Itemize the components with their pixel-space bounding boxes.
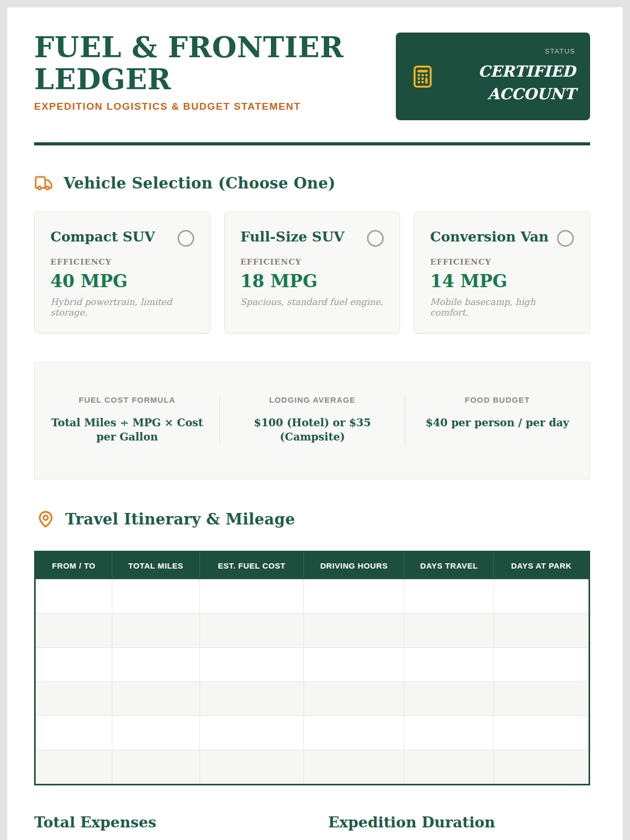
itinerary-cell[interactable]: [404, 614, 494, 648]
vehicle-name: Compact SUV: [50, 229, 155, 245]
itinerary-cell[interactable]: [304, 580, 404, 614]
document-header: FUEL & FRONTIER LEDGER EXPEDITION LOGIST…: [34, 32, 590, 120]
column-header-est-fuel-cost: EST. FUEL COST: [200, 552, 304, 580]
itinerary-cell[interactable]: [112, 580, 200, 614]
itinerary-cell[interactable]: [35, 614, 112, 648]
page-title: FUEL & FRONTIER LEDGER: [34, 32, 370, 96]
itinerary-cell[interactable]: [304, 750, 404, 785]
info-value: $40 per person / per day: [421, 416, 574, 430]
itinerary-cell[interactable]: [200, 614, 304, 648]
itinerary-cell[interactable]: [112, 648, 200, 682]
itinerary-cell[interactable]: [200, 750, 304, 785]
vehicle-mpg: 18 MPG: [240, 271, 384, 291]
vehicle-description: Hybrid powertrain, limited storage.: [50, 297, 194, 318]
page-subtitle: EXPEDITION LOGISTICS & BUDGET STATEMENT: [34, 101, 370, 112]
vehicle-card-compact-suv[interactable]: Compact SUV EFFICIENCY 40 MPG Hybrid pow…: [34, 212, 211, 334]
itinerary-cell[interactable]: [304, 682, 404, 716]
document: FUEL & FRONTIER LEDGER EXPEDITION LOGIST…: [7, 7, 623, 840]
itinerary-cell[interactable]: [304, 716, 404, 750]
vehicle-radio[interactable]: [557, 230, 574, 247]
itinerary-cell[interactable]: [494, 750, 590, 785]
efficiency-label: EFFICIENCY: [240, 257, 384, 267]
vehicle-mpg: 14 MPG: [430, 271, 574, 291]
status-card: STATUS CERTIFIED ACCOUNT: [396, 33, 590, 120]
vehicle-description: Mobile basecamp, high comfort.: [430, 297, 574, 318]
itinerary-row: [35, 580, 590, 614]
info-value: $100 (Hotel) or $35 (Campsite): [250, 416, 374, 444]
itinerary-cell[interactable]: [404, 580, 494, 614]
itinerary-cell[interactable]: [494, 648, 590, 682]
column-header-from-to: FROM / TO: [35, 552, 112, 580]
status-value-line1: CERTIFIED: [478, 60, 575, 83]
itinerary-cell[interactable]: [404, 750, 494, 785]
itinerary-cell[interactable]: [112, 614, 200, 648]
calculator-icon: [411, 63, 435, 90]
info-fuel-cost-formula: FUEL COST FORMULA Total Miles ÷ MPG × Co…: [35, 395, 219, 444]
itinerary-row: [35, 716, 590, 750]
column-header-days-travel: DAYS TRAVEL: [404, 552, 494, 580]
itinerary-cell[interactable]: [35, 648, 112, 682]
status-value-line2: ACCOUNT: [488, 83, 575, 106]
column-header-total-miles: TOTAL MILES: [112, 552, 200, 580]
itinerary-cell[interactable]: [35, 580, 112, 614]
itinerary-cell[interactable]: [200, 580, 304, 614]
column-header-driving-hours: DRIVING HOURS: [304, 552, 404, 580]
itinerary-row: [35, 648, 590, 682]
expedition-duration-column: Expedition Duration: [328, 814, 590, 840]
itinerary-row: [35, 750, 590, 785]
budget-info-strip: FUEL COST FORMULA Total Miles ÷ MPG × Co…: [34, 362, 590, 479]
itinerary-row: [35, 682, 590, 716]
title-block: FUEL & FRONTIER LEDGER EXPEDITION LOGIST…: [34, 32, 370, 112]
itinerary-cell[interactable]: [35, 716, 112, 750]
bottom-section: Total Expenses Expedition Duration: [34, 814, 590, 840]
itinerary-cell[interactable]: [304, 614, 404, 648]
vehicle-section-title: Vehicle Selection (Choose One): [64, 174, 335, 192]
info-lodging-average: LODGING AVERAGE $100 (Hotel) or $35 (Cam…: [219, 395, 404, 444]
info-value: Total Miles ÷ MPG × Cost per Gallon: [51, 416, 203, 444]
vehicle-radio[interactable]: [367, 230, 384, 247]
vehicle-mpg: 40 MPG: [50, 271, 194, 291]
total-expenses-title: Total Expenses: [34, 814, 328, 831]
info-label: FOOD BUDGET: [421, 395, 574, 404]
itinerary-cell[interactable]: [494, 580, 590, 614]
vehicle-radio[interactable]: [177, 230, 194, 247]
itinerary-section-title: Travel Itinerary & Mileage: [65, 510, 295, 528]
vehicle-description: Spacious, standard fuel engine.: [240, 297, 384, 307]
info-food-budget: FOOD BUDGET $40 per person / per day: [405, 395, 590, 444]
itinerary-cell[interactable]: [112, 750, 200, 785]
itinerary-cell[interactable]: [304, 648, 404, 682]
truck-icon: [34, 174, 53, 193]
itinerary-cell[interactable]: [404, 682, 494, 716]
vehicle-name: Conversion Van: [430, 229, 549, 245]
itinerary-table: FROM / TO TOTAL MILES EST. FUEL COST DRI…: [34, 551, 590, 785]
itinerary-cell[interactable]: [404, 648, 494, 682]
info-label: FUEL COST FORMULA: [50, 395, 204, 404]
column-header-days-at-park: DAYS AT PARK: [494, 552, 590, 580]
vehicle-card-full-size-suv[interactable]: Full-Size SUV EFFICIENCY 18 MPG Spacious…: [224, 212, 401, 334]
status-label: STATUS: [545, 47, 575, 55]
total-expenses-column: Total Expenses: [34, 814, 328, 840]
itinerary-cell[interactable]: [112, 716, 200, 750]
itinerary-cell[interactable]: [35, 750, 112, 785]
header-divider: [34, 142, 590, 145]
itinerary-cell[interactable]: [494, 614, 590, 648]
expedition-duration-title: Expedition Duration: [328, 814, 590, 831]
info-label: LODGING AVERAGE: [236, 395, 388, 404]
map-pin-icon: [37, 510, 55, 529]
itinerary-row: [35, 614, 590, 648]
itinerary-section-header: Travel Itinerary & Mileage: [34, 510, 590, 529]
itinerary-cell[interactable]: [494, 682, 590, 716]
itinerary-cell[interactable]: [200, 682, 304, 716]
vehicle-section-header: Vehicle Selection (Choose One): [34, 174, 590, 193]
itinerary-cell[interactable]: [200, 716, 304, 750]
vehicle-grid: Compact SUV EFFICIENCY 40 MPG Hybrid pow…: [34, 212, 590, 334]
itinerary-cell[interactable]: [404, 716, 494, 750]
itinerary-header-row: FROM / TO TOTAL MILES EST. FUEL COST DRI…: [35, 552, 590, 580]
efficiency-label: EFFICIENCY: [50, 257, 194, 267]
itinerary-cell[interactable]: [200, 648, 304, 682]
itinerary-cell[interactable]: [494, 716, 590, 750]
efficiency-label: EFFICIENCY: [430, 257, 574, 267]
vehicle-card-conversion-van[interactable]: Conversion Van EFFICIENCY 14 MPG Mobile …: [414, 212, 590, 334]
itinerary-cell[interactable]: [35, 682, 112, 716]
itinerary-cell[interactable]: [112, 682, 200, 716]
